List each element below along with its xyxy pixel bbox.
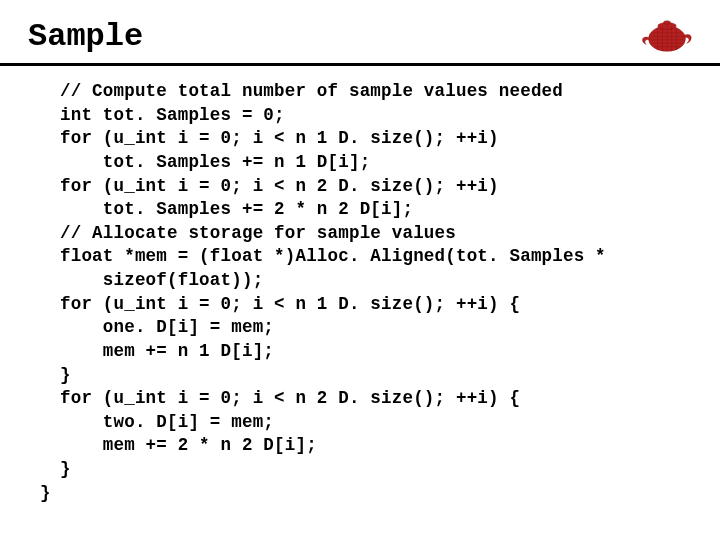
slide: Sample // Compute total number xyxy=(0,0,720,540)
code-block: // Compute total number of sample values… xyxy=(60,80,680,505)
teapot-icon xyxy=(638,12,696,56)
svg-point-2 xyxy=(664,21,671,24)
code-closing-brace: } xyxy=(40,483,51,503)
slide-header: Sample xyxy=(0,0,720,66)
code-body: // Compute total number of sample values… xyxy=(60,81,606,479)
slide-content: // Compute total number of sample values… xyxy=(0,66,720,505)
slide-title: Sample xyxy=(28,18,692,55)
